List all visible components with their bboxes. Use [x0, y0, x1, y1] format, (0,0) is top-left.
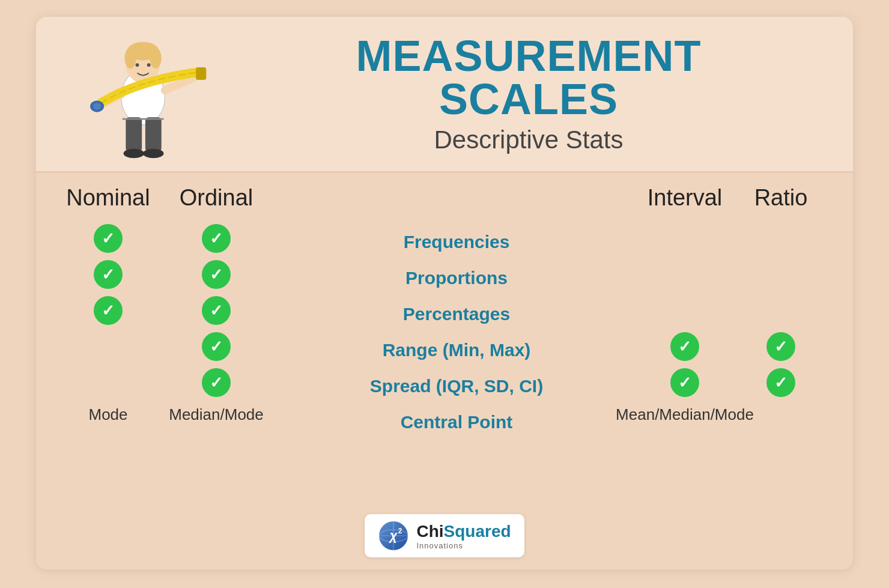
interval-spacer-3 [670, 296, 699, 325]
col-ordinal: Ordinal Median/Mode [156, 185, 276, 424]
nominal-check-1 [94, 224, 123, 253]
interval-header: Interval [648, 185, 723, 211]
nominal-check-2 [94, 260, 123, 289]
header-section: MEASUREMENT SCALES Descriptive Stats [36, 17, 853, 173]
nominal-checks [94, 224, 123, 397]
svg-point-4 [143, 148, 163, 157]
stat-frequencies: Frequencies [276, 224, 637, 260]
svg-point-7 [124, 47, 136, 68]
ordinal-check-3 [202, 296, 231, 325]
ordinal-label: Median/Mode [169, 405, 264, 424]
logo-text: ChiSquared Innovations [416, 522, 511, 550]
ordinal-check-5 [202, 368, 231, 397]
logo-sub-text: Innovations [416, 541, 463, 550]
scale-columns: Nominal Mode Ordinal [60, 185, 829, 505]
interval-checks [670, 224, 699, 397]
nominal-label: Mode [88, 405, 127, 424]
nominal-check-3 [94, 296, 123, 325]
ordinal-checks [202, 224, 231, 397]
main-title: MEASUREMENT SCALES [356, 34, 701, 121]
logo-box: χ 2 ChiSquared Innovations [365, 514, 524, 557]
ratio-spacer-1 [766, 224, 795, 253]
sub-title: Descriptive Stats [434, 126, 623, 154]
ordinal-check-2 [202, 260, 231, 289]
ratio-header: Ratio [754, 185, 808, 211]
interval-check-5 [670, 368, 699, 397]
stats-list: Frequencies Proportions Percentages Rang… [276, 224, 637, 440]
ratio-check-5 [766, 368, 795, 397]
stat-central-point: Central Point [276, 404, 637, 440]
stat-proportions: Proportions [276, 260, 637, 296]
ratio-spacer-2 [766, 260, 795, 289]
ordinal-check-1 [202, 224, 231, 253]
nominal-spacer-4 [94, 332, 123, 361]
svg-point-9 [136, 63, 139, 67]
col-nominal: Nominal Mode [60, 185, 156, 424]
stat-percentages: Percentages [276, 296, 637, 332]
svg-rect-2 [145, 117, 162, 151]
svg-point-8 [150, 47, 162, 68]
ratio-checks [766, 224, 795, 397]
svg-point-3 [124, 148, 144, 157]
interval-spacer-2 [670, 260, 699, 289]
main-container: MEASUREMENT SCALES Descriptive Stats Nom… [36, 17, 853, 569]
ratio-check-4 [766, 332, 795, 361]
illustration-area [60, 28, 228, 160]
col-stats: Stats Frequencies Proportions Percentage… [276, 185, 637, 440]
svg-rect-1 [126, 117, 142, 151]
footer: χ 2 ChiSquared Innovations [60, 505, 829, 563]
logo-main-text: ChiSquared [416, 522, 511, 541]
stat-range: Range (Min, Max) [276, 332, 637, 368]
col-ratio: Ratio x [733, 185, 829, 424]
svg-rect-15 [196, 67, 206, 80]
col-interval: Interval Mean/Median/Mode [637, 185, 733, 424]
ordinal-header: Ordinal [180, 185, 253, 211]
svg-text:χ: χ [389, 528, 398, 543]
svg-text:2: 2 [398, 527, 402, 535]
nominal-header: Nominal [66, 185, 150, 211]
ratio-spacer-3 [766, 296, 795, 325]
ordinal-check-4 [202, 332, 231, 361]
figure-svg [66, 28, 222, 160]
stat-spread: Spread (IQR, SD, CI) [276, 368, 637, 404]
content-section: Nominal Mode Ordinal [36, 173, 853, 569]
interval-spacer-1 [670, 224, 699, 253]
svg-point-14 [93, 103, 101, 109]
nominal-spacer-5 [94, 368, 123, 397]
svg-point-10 [147, 63, 151, 67]
header-title-area: MEASUREMENT SCALES Descriptive Stats [228, 34, 817, 154]
logo-icon: χ 2 [378, 520, 409, 551]
interval-check-4 [670, 332, 699, 361]
